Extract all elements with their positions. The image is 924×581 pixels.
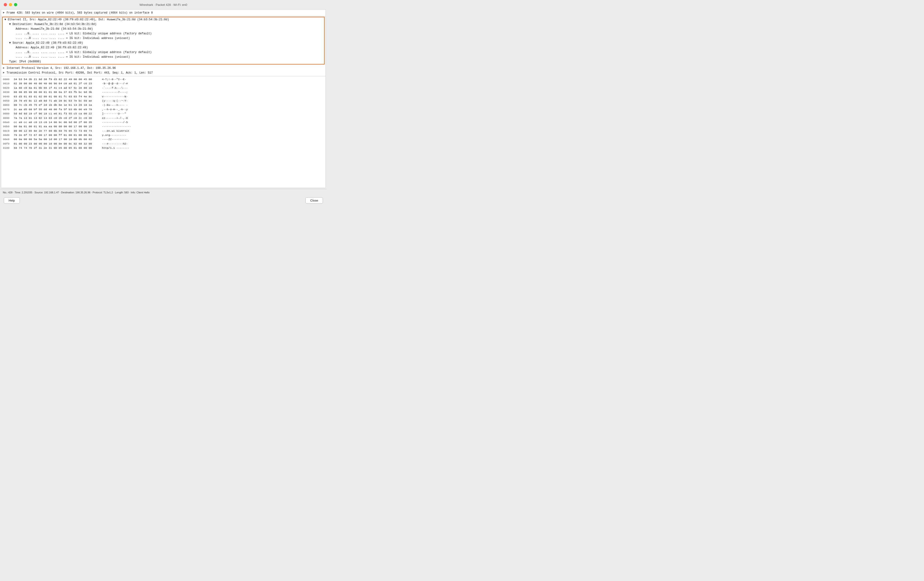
frame-expander: ▶ [3,11,6,15]
hex-row[interactable]: 006000 7c cb 45 75 ef 2d 1b db 6e 1e b1 … [3,103,323,107]
help-button[interactable]: Help [4,197,20,204]
main-content: ▶ Frame 428: 583 bytes on wire (4664 bit… [1,9,326,188]
hex-row[interactable]: 005028 79 e5 8c 12 a9 8d 71 ab 28 0c b3 … [3,99,323,103]
hex-bytes: 7a 7a 13 01 13 02 13 03 c0 2b c0 2f c0 2… [14,116,100,120]
ig-bit-dst-row[interactable]: .... ...0 .... .... .... .... = IG bit: … [3,36,324,41]
hex-offset: 0090 [3,116,12,120]
hex-offset: 0020 [3,86,12,90]
hex-ascii: ]·········U···" [102,112,126,116]
hex-ascii: ·················· [102,124,131,129]
hex-ascii: ···#·········h2· [102,142,128,146]
tcp-tree-row[interactable]: ▶ Transmission Control Protocol, Src Por… [1,71,325,75]
address-dst-row[interactable]: Address: HuaweiTe_3b:21:8d (34:b3:54:3b:… [3,26,324,31]
ethernet-section[interactable]: ▼ Ethernet II, Src: Apple_82:22:49 (38:f… [2,17,325,65]
hex-ascii: ·`····f·A···\··· [102,86,128,90]
hex-bytes: 00 00 12 65 6e 2e 77 69 6b 69 76 65 72 7… [14,129,100,133]
address-src-row[interactable]: Address: Apple_82:22:49 (38:f9:d3:82:22:… [3,45,324,50]
title-bar: Wireshark · Packet 428 · Wi-Fi: en0 [0,0,327,9]
hex-row[interactable]: 003008 08 85 99 00 00 01 01 08 0a 37 83 … [3,90,323,94]
hex-bytes: 34 b3 54 3b 21 8d 38 f9 d3 82 22 49 08 0… [14,77,100,81]
hex-bytes: 28 79 e5 8c 12 a9 8d 71 ab 28 0c b3 7e b… [14,99,100,103]
hex-offset: 00b0 [3,124,12,129]
ipv4-tree-row[interactable]: ▶ Internet Protocol Version 4, Src: 192.… [1,66,325,71]
hex-dump[interactable]: 000034 b3 54 3b 21 8d 38 f9 d3 82 22 49 … [1,76,325,188]
source-section-row[interactable]: ▼ Source: Apple_82:22:49 (38:f9:d3:82:22… [3,41,324,45]
lg-bit-dst-label: .... ..0. .... .... .... .... = LG bit: … [16,31,152,36]
minimize-window-button[interactable] [9,3,12,6]
hex-offset: 00c0 [3,129,12,133]
window-controls [4,3,17,6]
lg-bit-src-row[interactable]: .... ..0. .... .... .... .... = LG bit: … [3,50,324,55]
hex-bytes: 2c aa d5 68 bf 55 dd 48 00 fa 5f b3 6b 0… [14,108,100,112]
hex-offset: 0060 [3,103,12,107]
hex-row[interactable]: 010068 74 74 70 2f 31 2e 31 00 05 00 05 … [3,146,323,150]
hex-bytes: cc a9 cc a8 c0 13 c0 14 00 9c 00 9d 00 2… [14,120,100,124]
ig-bit-src-row[interactable]: .... ...0 .... .... .... .... = IG bit: … [3,55,324,59]
hex-offset: 00a0 [3,120,12,124]
hex-row[interactable]: 001002 39 00 00 40 00 40 06 96 64 c0 a8 … [3,81,323,86]
destination-section-row[interactable]: ▼ Destination: HuaweiTe_3b:21:8d (34:b3:… [3,22,324,26]
destination-expander: ▼ [9,22,12,26]
close-button[interactable]: Close [305,197,323,204]
hex-row[interactable]: 004063 d3 01 03 01 02 00 01 00 01 fc 03 … [3,94,323,99]
hex-ascii: http/1.1 ········ [102,146,129,150]
hex-bytes: 00 0a 00 08 5a 5a 00 1d 00 17 00 18 00 0… [14,137,100,142]
hex-bytes: 5d 8d 8d 19 cf 96 18 c1 e6 81 f3 55 c5 c… [14,112,100,116]
source-label: Source: Apple_82:22:49 (38:f9:d3:82:22:4… [12,41,83,45]
hex-offset: 00e0 [3,137,12,142]
hex-ascii: ····ZZ·········· [102,137,128,142]
hex-row[interactable]: 00805d 8d 8d 19 cf 96 18 c1 e6 81 f3 55 … [3,112,323,116]
type-row[interactable]: Type: IPv4 (0x0800) [3,59,324,64]
hex-bytes: 1a 60 c0 8a 01 bb 66 1f 41 c4 ad b7 5c 2… [14,86,100,90]
lg-bit-src-label: .... ..0. .... .... .... .... = LG bit: … [16,50,152,55]
ig-bit-dst-label: .... ...0 .... .... .... .... = IG bit: … [16,36,130,40]
hex-bytes: 08 08 85 99 00 00 01 01 08 0a 37 83 fb b… [14,90,100,94]
lower-packet-tree: ▶ Internet Protocol Version 4, Src: 192.… [1,65,325,76]
hex-row[interactable]: 00201a 60 c0 8a 01 bb 66 1f 41 c4 ad b7 … [3,86,323,90]
hex-offset: 0070 [3,108,12,112]
hex-bytes: 68 74 74 70 2f 31 2e 31 00 05 00 05 01 0… [14,146,100,150]
tcp-label: Transmission Control Protocol, Src Port:… [7,71,153,75]
hex-ascii: ··········7····; [102,90,128,94]
close-window-button[interactable] [4,3,7,6]
hex-bytes: 00 7c cb 45 75 ef 2d 1b db 6e 1e b1 13 2… [14,103,100,107]
hex-row[interactable]: 00702c aa d5 68 bf 55 dd 48 00 fa 5f b3 … [3,108,323,112]
hex-offset: 0010 [3,81,12,86]
hex-ascii: ·9··@·@··d···/·# [102,81,128,86]
hex-ascii: ···en.wi kiversit [102,129,129,133]
hex-ascii: ·|·Eu·-··n···· · [102,103,128,107]
hex-row[interactable]: 00f001 00 00 23 00 00 00 10 00 0e 00 0c … [3,142,323,146]
hex-bytes: 01 00 00 23 00 00 00 10 00 0e 00 0c 02 6… [14,142,100,146]
ipv4-label: Internet Protocol Version 4, Src: 192.16… [7,66,116,70]
bottom-bar: Help Close [0,195,327,205]
hex-row[interactable]: 00d079 2e 6f 72 67 00 17 00 00 ff 01 00 … [3,133,323,137]
ig-bit-src-label: .... ...0 .... .... .... .... = IG bit: … [16,55,130,59]
hex-offset: 0000 [3,77,12,81]
hex-bytes: 63 d3 01 03 01 02 00 01 00 01 fc 03 03 f… [14,94,100,99]
hex-offset: 0080 [3,112,12,116]
hex-row[interactable]: 00a0cc a9 cc a8 c0 13 c0 14 00 9c 00 9d … [3,120,323,124]
maximize-window-button[interactable] [14,3,17,6]
ethernet-expander: ▼ [5,18,8,22]
hex-row[interactable]: 000034 b3 54 3b 21 8d 38 f9 d3 82 22 49 … [3,77,323,81]
hex-ascii: (y·····q·(··~·Y· [102,99,128,103]
hex-offset: 0030 [3,90,12,94]
hex-bytes: 79 2e 6f 72 67 00 17 00 00 ff 01 00 01 0… [14,133,100,137]
hex-row[interactable]: 00b000 0a 01 00 01 91 ea ea 00 00 00 00 … [3,124,323,129]
frame-label: Frame 428: 583 bytes on wire (4664 bits)… [7,11,153,15]
hex-row[interactable]: 00907a 7a 13 01 13 02 13 03 c0 2b c0 2f … [3,116,323,120]
hex-row[interactable]: 00e000 0a 00 08 5a 5a 00 1d 00 17 00 18 … [3,137,323,142]
destination-label: Destination: HuaweiTe_3b:21:8d (34:b3:54… [12,22,96,26]
frame-tree-row[interactable]: ▶ Frame 428: 583 bytes on wire (4664 bit… [1,10,325,15]
address-src-label: Address: Apple_82:22:49 (38:f9:d3:82:22:… [16,46,88,50]
source-expander: ▼ [9,41,12,45]
hex-ascii: zz·······+·/·,·0 [102,116,128,120]
ethernet-row[interactable]: ▼ Ethernet II, Src: Apple_82:22:49 (38:f… [3,17,324,22]
hex-offset: 00f0 [3,142,12,146]
hex-row[interactable]: 00c000 00 12 65 6e 2e 77 69 6b 69 76 65 … [3,129,323,133]
hex-ascii: ·············/·5 [102,120,128,124]
hex-ascii: 4·T;!·8··"I··E· [102,77,126,81]
packet-tree: ▶ Frame 428: 583 bytes on wire (4664 bit… [1,10,325,17]
lg-bit-dst-row[interactable]: .... ..0. .... .... .... .... = LG bit: … [3,31,324,36]
hex-ascii: v·············N· [102,94,128,99]
